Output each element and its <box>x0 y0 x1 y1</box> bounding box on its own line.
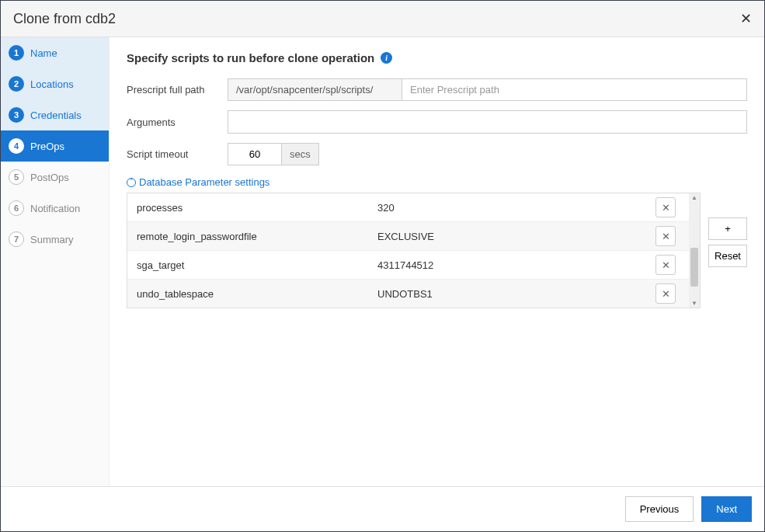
prescript-label: Prescript full path <box>127 84 228 96</box>
delete-param-button[interactable]: ✕ <box>655 197 676 217</box>
prescript-path-group: /var/opt/snapcenter/spl/scripts/ <box>228 78 747 101</box>
param-action: ✕ <box>642 193 689 221</box>
step-number: 4 <box>9 138 24 154</box>
wizard-step-preops[interactable]: 4PreOps <box>1 130 109 162</box>
info-icon[interactable]: i <box>381 52 392 64</box>
param-value[interactable]: 4311744512 <box>368 253 642 277</box>
params-side-buttons: + Reset <box>708 217 747 267</box>
param-name[interactable]: processes <box>127 196 368 220</box>
param-value[interactable]: UNDOTBS1 <box>368 282 642 306</box>
arguments-label: Arguments <box>127 116 228 128</box>
step-label: Summary <box>30 234 74 245</box>
next-button[interactable]: Next <box>701 496 752 522</box>
step-number: 3 <box>9 107 24 123</box>
close-icon[interactable]: ✕ <box>740 10 752 27</box>
clone-modal: Clone from cdb2 ✕ 1Name2Locations3Creden… <box>0 0 765 532</box>
param-row: sga_target4311744512✕ <box>127 251 689 280</box>
modal-title: Clone from cdb2 <box>13 11 116 27</box>
wizard-step-postops[interactable]: 5PostOps <box>1 162 109 193</box>
step-number: 2 <box>9 76 24 92</box>
step-label: PostOps <box>30 172 69 183</box>
wizard-step-name[interactable]: 1Name <box>1 37 109 68</box>
param-action: ✕ <box>642 222 689 250</box>
param-row: remote_login_passwordfileEXCLUSIVE✕ <box>127 222 689 251</box>
param-name[interactable]: sga_target <box>127 253 368 277</box>
modal-footer: Previous Next <box>1 486 764 531</box>
delete-param-button[interactable]: ✕ <box>655 283 676 304</box>
step-number: 6 <box>9 200 24 216</box>
modal-body: 1Name2Locations3Credentials4PreOps5PostO… <box>1 37 764 486</box>
param-value[interactable]: 320 <box>368 196 642 220</box>
content-heading: Specify scripts to run before clone oper… <box>127 51 747 64</box>
arguments-input[interactable] <box>228 110 747 134</box>
timeout-label: Script timeout <box>127 148 228 160</box>
wizard-step-credentials[interactable]: 3Credentials <box>1 99 109 130</box>
db-params-label: Database Parameter settings <box>139 176 269 188</box>
previous-button[interactable]: Previous <box>625 496 694 522</box>
prescript-row: Prescript full path /var/opt/snapcenter/… <box>127 78 747 101</box>
wizard-step-summary[interactable]: 7Summary <box>1 224 109 255</box>
params-table: processes320✕remote_login_passwordfileEX… <box>127 193 689 308</box>
content-panel: Specify scripts to run before clone oper… <box>110 37 764 486</box>
step-label: Name <box>30 47 57 59</box>
step-number: 5 <box>9 169 24 185</box>
timeout-row: Script timeout secs <box>127 143 747 165</box>
scroll-up-icon[interactable]: ▲ <box>689 194 700 201</box>
step-label: PreOps <box>30 141 64 152</box>
wizard-step-locations[interactable]: 2Locations <box>1 68 109 99</box>
param-action: ✕ <box>642 251 689 279</box>
params-area: processes320✕remote_login_passwordfileEX… <box>127 193 747 308</box>
param-value[interactable]: EXCLUSIVE <box>368 224 642 249</box>
heading-text: Specify scripts to run before clone oper… <box>127 51 374 64</box>
arguments-row: Arguments <box>127 110 747 134</box>
scrollbar[interactable]: ▲ ▼ <box>689 193 700 308</box>
param-row: processes320✕ <box>127 193 689 222</box>
modal-header: Clone from cdb2 ✕ <box>1 1 764 37</box>
delete-param-button[interactable]: ✕ <box>655 255 676 275</box>
db-params-toggle[interactable]: ˄ Database Parameter settings <box>127 176 747 188</box>
timeout-input[interactable] <box>228 143 282 165</box>
wizard-step-notification[interactable]: 6Notification <box>1 193 109 224</box>
param-row: undo_tablespaceUNDOTBS1✕ <box>127 280 689 308</box>
chevron-up-icon: ˄ <box>127 178 136 187</box>
wizard-sidebar: 1Name2Locations3Credentials4PreOps5PostO… <box>1 37 110 486</box>
prescript-prefix: /var/opt/snapcenter/spl/scripts/ <box>228 78 402 101</box>
step-label: Notification <box>30 203 80 214</box>
step-number: 1 <box>9 45 24 61</box>
reset-params-button[interactable]: Reset <box>708 245 747 267</box>
step-label: Credentials <box>30 110 82 121</box>
param-name[interactable]: undo_tablespace <box>127 282 368 306</box>
scroll-down-icon[interactable]: ▼ <box>689 300 700 307</box>
timeout-unit: secs <box>282 143 319 165</box>
delete-param-button[interactable]: ✕ <box>655 226 676 246</box>
add-param-button[interactable]: + <box>708 217 747 240</box>
prescript-input[interactable] <box>402 78 747 101</box>
scroll-thumb[interactable] <box>690 248 698 287</box>
param-action: ✕ <box>642 280 689 308</box>
param-name[interactable]: remote_login_passwordfile <box>127 224 368 249</box>
timeout-group: secs <box>228 143 319 165</box>
step-label: Locations <box>30 78 74 90</box>
step-number: 7 <box>9 231 24 247</box>
